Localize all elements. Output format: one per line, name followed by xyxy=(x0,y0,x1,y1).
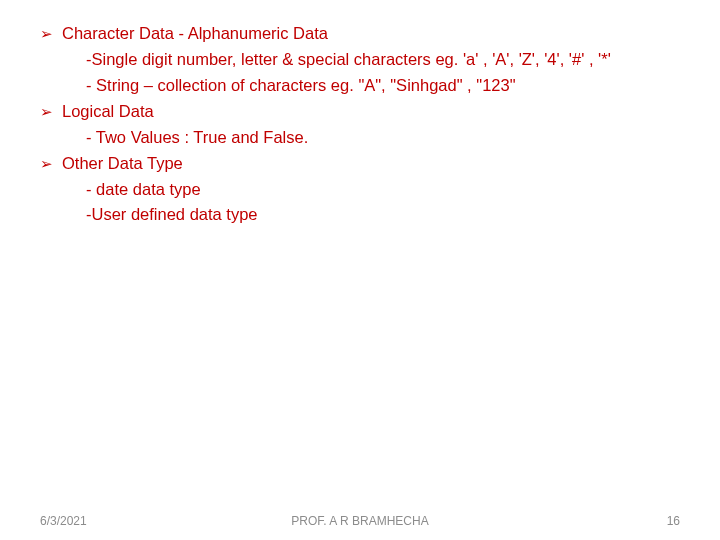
bullet-subline: -Single digit number, letter & special c… xyxy=(40,48,680,72)
bullet-item: ➢ Character Data - Alphanumeric Data xyxy=(40,22,680,46)
bullet-arrow-icon: ➢ xyxy=(40,100,62,123)
content-block: ➢ Character Data - Alphanumeric Data -Si… xyxy=(40,22,680,227)
bullet-title: Logical Data xyxy=(62,100,680,124)
slide-footer: 6/3/2021 PROF. A R BRAMHECHA 16 xyxy=(0,514,720,528)
bullet-item: ➢ Other Data Type xyxy=(40,152,680,176)
bullet-title: Character Data - Alphanumeric Data xyxy=(62,22,680,46)
bullet-item: ➢ Logical Data xyxy=(40,100,680,124)
bullet-subline: - date data type xyxy=(40,178,680,202)
bullet-arrow-icon: ➢ xyxy=(40,152,62,175)
bullet-subline: - String – collection of characters eg. … xyxy=(40,74,680,98)
footer-author: PROF. A R BRAMHECHA xyxy=(0,514,720,528)
bullet-title: Other Data Type xyxy=(62,152,680,176)
bullet-subline: - Two Values : True and False. xyxy=(40,126,680,150)
bullet-subline: -User defined data type xyxy=(40,203,680,227)
bullet-arrow-icon: ➢ xyxy=(40,22,62,45)
slide: ➢ Character Data - Alphanumeric Data -Si… xyxy=(0,0,720,540)
